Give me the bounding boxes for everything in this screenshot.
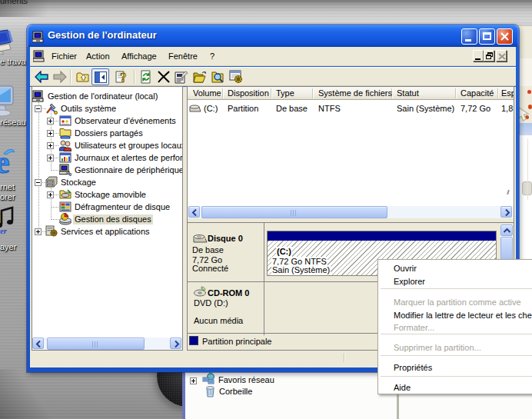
svg-text:?: ? [120, 70, 127, 84]
svg-text:layer: layer [0, 227, 7, 235]
